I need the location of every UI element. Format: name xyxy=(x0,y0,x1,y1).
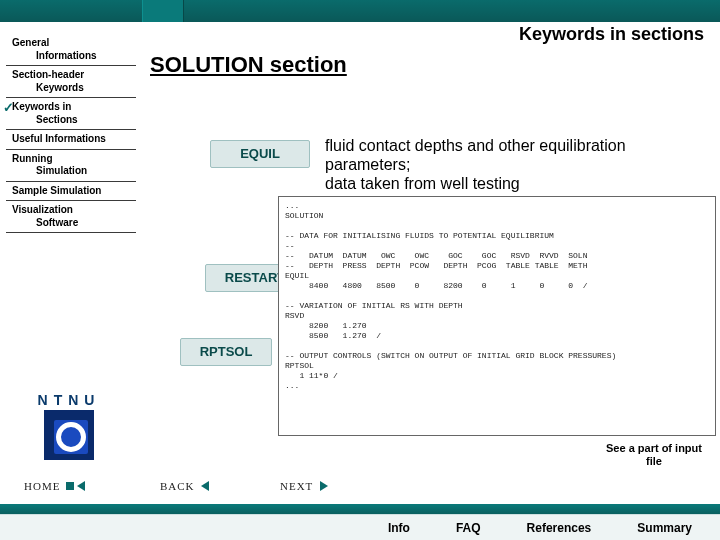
footer-link-references[interactable]: References xyxy=(527,521,592,535)
sidebar-item-label: Running xyxy=(12,153,53,164)
sidebar-item-sublabel: Keywords xyxy=(12,82,132,95)
background-stripes xyxy=(150,86,190,460)
nav-home-button[interactable]: HOME xyxy=(24,480,85,500)
keyword-description: fluid contact depths and other equilibra… xyxy=(325,136,695,194)
sidebar-item-label: Sample Simulation xyxy=(12,185,101,196)
triangle-right-icon xyxy=(320,481,328,491)
nav-home-label: HOME xyxy=(24,480,60,492)
nav-back-label: BACK xyxy=(160,480,195,492)
stop-icon xyxy=(66,482,74,490)
sidebar-item-sample-simulation[interactable]: Sample Simulation xyxy=(6,182,136,202)
sidebar-item-keywords-in-sections[interactable]: Keywords in Sections xyxy=(6,98,136,130)
sidebar-item-sublabel: Simulation xyxy=(12,165,132,178)
sidebar-item-useful-informations[interactable]: Useful Informations xyxy=(6,130,136,150)
footer-link-faq[interactable]: FAQ xyxy=(456,521,481,535)
triangle-left-icon xyxy=(77,481,85,491)
slide-page: Keywords in sections General Information… xyxy=(0,0,720,540)
sidebar-item-sublabel: Software xyxy=(12,217,132,230)
top-decoration-strip xyxy=(0,0,720,22)
nav-next-label: NEXT xyxy=(280,480,313,492)
ntnu-brand-block: NTNU xyxy=(4,392,134,460)
footer-link-summary[interactable]: Summary xyxy=(637,521,692,535)
triangle-left-icon xyxy=(201,481,209,491)
sidebar-item-running-simulation[interactable]: Running Simulation xyxy=(6,150,136,182)
sidebar-item-section-header[interactable]: Section-header Keywords xyxy=(6,66,136,98)
nav-back-button[interactable]: BACK xyxy=(160,480,209,500)
sidebar-item-label: Visualization xyxy=(12,204,73,215)
sidebar-item-label: General xyxy=(12,37,49,48)
input-file-code-panel: ... SOLUTION -- DATA FOR INITIALISING FL… xyxy=(278,196,716,436)
page-title: SOLUTION section xyxy=(150,52,347,78)
sidebar-nav: General Informations Section-header Keyw… xyxy=(6,34,136,233)
slide-group-title: Keywords in sections xyxy=(519,24,704,45)
sidebar-item-visualization-software[interactable]: Visualization Software xyxy=(6,201,136,233)
code-panel-caption: See a part of input file xyxy=(604,442,704,467)
sidebar-item-label: Useful Informations xyxy=(12,133,106,144)
sidebar-item-sublabel: Sections xyxy=(12,114,132,127)
sidebar-item-label: Keywords in xyxy=(12,101,71,112)
sidebar-item-sublabel: Informations xyxy=(12,50,132,63)
ntnu-logo-icon xyxy=(44,410,94,460)
footer-link-info[interactable]: Info xyxy=(388,521,410,535)
keyword-equil-button[interactable]: EQUIL xyxy=(210,140,310,168)
keyword-rptsol-button[interactable]: RPTSOL xyxy=(180,338,272,366)
sidebar-item-general[interactable]: General Informations xyxy=(6,34,136,66)
ntnu-wordmark: NTNU xyxy=(4,392,134,408)
sidebar-item-label: Section-header xyxy=(12,69,84,80)
nav-next-button[interactable]: NEXT xyxy=(280,480,328,500)
footer-bar: Info FAQ References Summary xyxy=(0,514,720,540)
